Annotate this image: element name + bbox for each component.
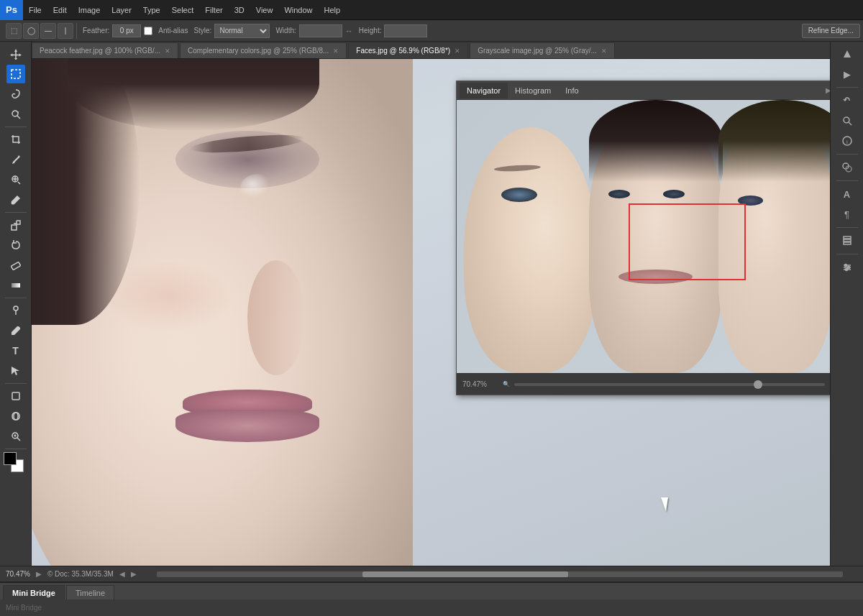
zoom-tool[interactable] [6,427,25,446]
navigator-preview[interactable] [457,100,830,373]
svg-point-2 [12,111,18,116]
menu-select[interactable]: Select [166,0,200,19]
menu-filter[interactable]: Filter [199,0,228,19]
info-tab[interactable]: Info [558,83,585,98]
type-right-btn[interactable]: A [838,185,857,203]
width-label: Width: [275,27,296,35]
move-tool-btn[interactable] [6,45,25,63]
tab-faces[interactable]: Faces.jpg @ 56.9% (RGB/8*) ✕ [348,42,468,58]
dodge-tool[interactable] [6,301,25,320]
style-select[interactable]: Normal Fixed Ratio Fixed Size [214,24,270,38]
horizontal-scrollbar[interactable] [157,571,843,577]
navigator-tab[interactable]: Navigator [460,83,508,98]
zoom-in-icon[interactable]: 🔍 [829,379,830,390]
svg-point-13 [14,306,18,311]
healing-brush-tool[interactable] [6,170,25,189]
bottom-panel: Mini Bridge Timeline Mini Bridge [0,581,863,616]
mini-bridge-tab[interactable]: Mini Bridge [3,585,65,599]
rectangular-marquee-tool-btn[interactable]: ⬚ [6,23,22,39]
tool-separator-3 [5,298,27,298]
menu-3d[interactable]: 3D [229,0,250,19]
menu-window[interactable]: Window [278,0,318,19]
pen-tool[interactable] [6,321,25,340]
svg-rect-29 [844,242,851,244]
menu-help[interactable]: Help [319,0,347,19]
history-brush-tool[interactable] [6,236,25,254]
menu-layer[interactable]: Layer [106,0,137,19]
status-nav-right[interactable]: ▶ [131,570,137,578]
color-swatches[interactable] [4,452,28,477]
tab-faces-close[interactable]: ✕ [455,47,460,55]
tab-complementary-close[interactable]: ✕ [333,47,339,55]
tab-peacock[interactable]: Peacock feather.jpg @ 100% (RGB/... ✕ [32,42,178,58]
right-forward-btn[interactable]: ▶ [838,65,857,83]
3d-tool[interactable] [6,407,25,426]
tab-grayscale-close[interactable]: ✕ [601,47,607,55]
type-tool[interactable]: T [6,341,25,360]
bottom-content: Mini Bridge [0,599,863,616]
lasso-tool[interactable] [6,85,25,104]
single-row-btn[interactable]: — [40,23,56,39]
menu-edit[interactable]: Edit [47,0,73,19]
tab-peacock-close[interactable]: ✕ [165,47,170,55]
refine-edge-button[interactable]: Refine Edge... [802,24,860,38]
feather-input[interactable] [112,24,141,37]
status-arrow-icon[interactable]: ▶ [36,570,42,578]
zoom-right-btn[interactable] [838,111,857,130]
menu-image[interactable]: Image [73,0,106,19]
right-separator-1 [836,87,858,88]
zoom-out-icon[interactable]: 🔍 [503,381,510,387]
tab-complementary-label: Complementary colors.jpg @ 25% (RGB/8... [188,47,329,55]
height-input[interactable] [384,24,427,37]
svg-point-37 [845,269,847,271]
bottom-tabs: Mini Bridge Timeline [0,583,863,599]
elliptical-marquee-btn[interactable]: ◯ [23,23,39,39]
eyedropper-tool[interactable] [6,150,25,169]
tab-grayscale[interactable]: Grayscale image.jpg @ 25% (Gray/... ✕ [470,42,615,58]
path-selection-tool[interactable] [6,362,25,380]
clone-stamp-tool[interactable] [6,216,25,234]
antialias-checkbox[interactable] [144,27,152,35]
width-input[interactable] [299,24,342,37]
svg-marker-15 [12,367,19,375]
brush-tool[interactable] [6,190,25,209]
info-right-btn[interactable]: i [838,132,857,150]
tab-complementary[interactable]: Complementary colors.jpg @ 25% (RGB/8...… [180,42,347,58]
menu-type[interactable]: Type [137,0,166,19]
svg-rect-11 [11,262,20,270]
gradient-tool[interactable] [6,276,25,295]
single-column-btn[interactable]: | [58,23,73,39]
menubar: Ps File Edit Image Layer Type Select Fil… [0,0,863,20]
menu-file[interactable]: File [23,0,47,19]
tools-options-right-btn[interactable] [838,258,857,277]
eraser-tool[interactable] [6,256,25,275]
rotate-view-btn[interactable] [838,91,857,110]
status-doc-info: © Doc: 35.3M/35.3M [47,570,114,578]
canvas-viewport[interactable]: Navigator Histogram Info ▶▶ ≡ [32,59,830,566]
foreground-color-swatch[interactable] [4,452,17,465]
layers-right-btn[interactable] [838,231,857,250]
status-zoom: 70.47% [6,570,30,578]
menu-view[interactable]: View [250,0,279,19]
zoom-slider-thumb[interactable] [754,380,762,389]
quick-selection-tool[interactable] [6,105,25,124]
right-expand-btn[interactable] [838,45,857,63]
panel-expand-icon[interactable]: ▶▶ [826,86,830,94]
tab-peacock-label: Peacock feather.jpg @ 100% (RGB/... [40,47,160,55]
menu-items: File Edit Image Layer Type Select Filter… [23,0,346,19]
status-nav-left[interactable]: ◀ [119,570,125,578]
svg-rect-9 [12,225,17,230]
options-toolbar: ⬚ ◯ — | Feather: Anti-alias Style: Norma… [0,20,863,42]
histogram-tab[interactable]: Histogram [508,83,558,98]
rectangular-marquee-tool[interactable] [6,65,25,83]
zoom-slider[interactable] [514,383,825,386]
status-bar: 70.47% ▶ © Doc: 35.3M/35.3M ◀ ▶ [0,566,863,581]
height-label: Height: [359,27,382,35]
right-separator-5 [836,254,858,254]
paragraph-right-btn[interactable]: ¶ [838,205,857,224]
timeline-tab[interactable]: Timeline [66,585,114,599]
color-right-btn[interactable] [838,158,857,177]
crop-tool[interactable] [6,130,25,149]
shape-tool[interactable] [6,387,25,405]
bottom-content-label: Mini Bridge [6,604,42,612]
